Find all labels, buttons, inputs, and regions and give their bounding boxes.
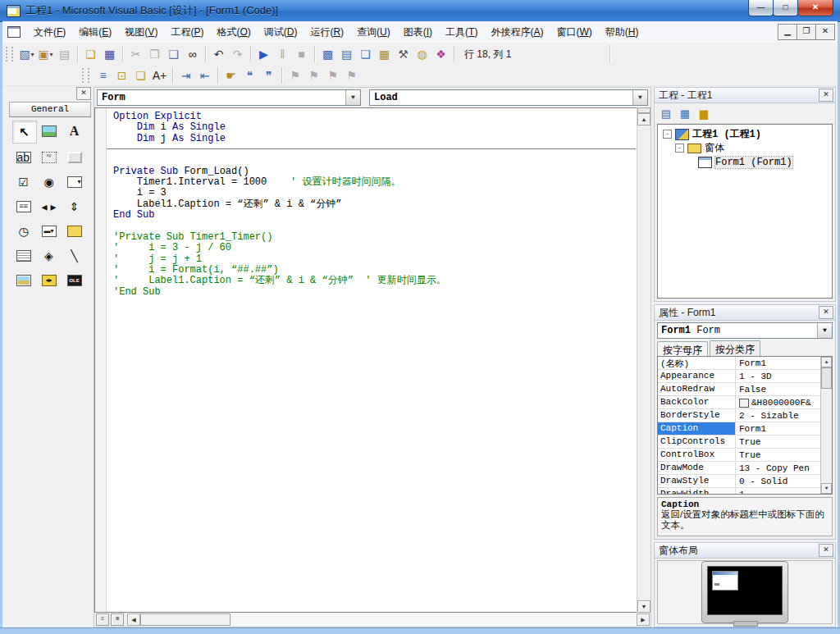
chevron-down-icon[interactable]: ▼ (345, 90, 360, 105)
form-layout-panel-title[interactable]: 窗体布局 ✕ (655, 543, 835, 559)
paste-button[interactable]: ❑ (164, 45, 183, 63)
properties-window-button[interactable]: ▤ (337, 45, 356, 63)
property-row[interactable]: Appearance1 - 3D (658, 370, 821, 383)
full-module-view-button[interactable]: ≣ (111, 613, 124, 626)
property-value[interactable]: 1 - 3D (736, 370, 821, 382)
add-form-button[interactable]: ▣▾ (36, 45, 55, 63)
component-manager-button[interactable]: ❖ (431, 45, 450, 63)
property-row[interactable]: DrawStyle0 - Solid (658, 475, 821, 488)
project-explorer-button[interactable]: ▩ (318, 45, 337, 63)
toolbox-dirlistbox[interactable]: ▉ (63, 221, 86, 242)
splitter-handle[interactable] (637, 107, 651, 113)
code-horizontal-scrollbar[interactable]: ◀ ▶ (127, 613, 650, 626)
toolbox-drivelistbox[interactable]: ▬▾ (38, 221, 61, 242)
property-value[interactable]: 0 - Solid (736, 475, 821, 487)
property-value[interactable]: False (736, 383, 821, 395)
object-selector-dropdown[interactable]: Form1 Form ▼ (657, 322, 833, 339)
tree-expand-icon[interactable]: - (663, 130, 672, 139)
code-vertical-scrollbar[interactable]: ▲ ▼ (637, 107, 651, 613)
property-value[interactable]: &H8000000F& (736, 396, 821, 408)
toolbox-pointer[interactable]: ↖ (12, 121, 37, 144)
close-icon[interactable]: ✕ (819, 544, 833, 557)
scroll-right-icon[interactable]: ▶ (637, 613, 650, 626)
comment-block-button[interactable]: ❝ (240, 66, 259, 84)
maximize-button[interactable]: □ (773, 0, 798, 16)
scrollbar-thumb[interactable] (140, 613, 231, 626)
close-icon[interactable]: ✕ (819, 89, 833, 102)
property-row[interactable]: DrawMode13 - Copy Pen (658, 462, 821, 475)
property-row[interactable]: AutoRedrawFalse (658, 383, 821, 396)
run-button[interactable]: ▶ (254, 45, 273, 63)
outdent-button[interactable]: ⇤ (195, 66, 214, 84)
toolbox-commandbutton[interactable] (63, 147, 86, 168)
property-row[interactable]: CaptionForm1 (658, 422, 821, 436)
tab-alphabetic[interactable]: 按字母序 (657, 341, 708, 357)
indent-button[interactable]: ⇥ (176, 66, 195, 84)
property-row[interactable]: BackColor&H8000000F& (658, 396, 821, 409)
tab-categorized[interactable]: 按分类序 (710, 340, 760, 356)
menu-item[interactable]: 帮助(H) (599, 23, 646, 41)
undo-button[interactable]: ↶ (209, 45, 228, 63)
toolbox-optionbutton[interactable]: ◉ (38, 171, 61, 193)
child-restore-button[interactable]: ❐ (797, 24, 816, 40)
close-icon[interactable]: ✕ (819, 306, 833, 319)
toolbox-hscrollbar[interactable]: ◂ ▸ (38, 196, 61, 217)
toolbar-grip[interactable] (6, 47, 13, 62)
property-row[interactable]: BorderStyle2 - Sizable (658, 409, 821, 422)
property-row[interactable]: DrawWidth1 (658, 488, 821, 495)
scroll-up-icon[interactable]: ▲ (637, 113, 651, 125)
menu-item[interactable]: 图表(I) (397, 23, 439, 41)
toolbox-vscrollbar[interactable]: ⇕ (63, 196, 86, 217)
property-grid-scrollbar[interactable]: ▲ ▼ (820, 357, 832, 494)
toolbox-tab-general[interactable]: General (9, 102, 91, 117)
property-value[interactable]: 2 - Sizable (736, 409, 821, 422)
property-row[interactable]: ControlBoxTrue (658, 449, 821, 462)
code-text[interactable]: Option Explicit Dim i As Single Dim j As… (107, 108, 636, 612)
menu-item[interactable]: 窗口(W) (550, 23, 598, 41)
toolbox-listbox[interactable]: ≡≡ (12, 196, 35, 217)
scroll-down-icon[interactable]: ▼ (637, 600, 651, 613)
toolbox-label[interactable]: A (63, 121, 86, 142)
scrollbar-thumb[interactable] (821, 367, 832, 389)
object-browser-button[interactable]: ▦ (375, 45, 394, 63)
property-row[interactable]: ClipControlsTrue (658, 436, 821, 449)
menu-item[interactable]: 查询(U) (350, 23, 397, 41)
form-layout-window-button[interactable]: ❏ (356, 45, 375, 63)
property-value[interactable]: 1 (736, 488, 821, 495)
tree-expand-icon[interactable]: - (675, 144, 684, 153)
toolbox-textbox[interactable]: ab| (12, 147, 35, 168)
procedure-view-button[interactable]: ≡ (96, 613, 109, 626)
form-position-thumbnail[interactable] (712, 571, 738, 591)
menu-item[interactable]: 工程(P) (164, 23, 210, 41)
code-editor[interactable]: Option Explicit Dim i As Single Dim j As… (94, 107, 651, 613)
toolbox-timer[interactable]: ◷ (12, 221, 35, 242)
property-value[interactable]: True (736, 436, 821, 448)
property-value[interactable]: 13 - Copy Pen (736, 462, 821, 474)
view-object-button[interactable]: ▦ (676, 105, 694, 121)
child-minimize-button[interactable]: ▁ (778, 24, 797, 40)
property-value[interactable]: True (736, 449, 821, 461)
project-panel-title[interactable]: 工程 - 工程1 ✕ (655, 88, 835, 103)
toolbox-close-button[interactable]: ✕ (76, 87, 91, 100)
chevron-down-icon[interactable]: ▼ (817, 323, 832, 338)
properties-panel-title[interactable]: 属性 - Form1 ✕ (655, 305, 835, 321)
chevron-down-icon[interactable]: ▾ (50, 51, 53, 58)
list-constants-button[interactable]: ⊡ (112, 66, 131, 84)
toolbar-grip[interactable] (82, 68, 89, 83)
toolbox-line[interactable]: ╲ (63, 245, 86, 267)
quick-info-button[interactable]: ❏ (131, 66, 150, 84)
complete-word-button[interactable]: A+ (150, 66, 169, 84)
chevron-down-icon[interactable]: ▾ (31, 51, 34, 58)
object-dropdown[interactable]: Form ▼ (97, 89, 361, 106)
tree-item[interactable]: -窗体 (658, 141, 832, 155)
toolbox-picturebox[interactable]: ▉ (38, 121, 61, 142)
toggle-folders-button[interactable]: ▆ (695, 105, 713, 121)
toolbox-button[interactable]: ⚒ (394, 45, 413, 63)
menu-item[interactable]: 文件(F) (27, 23, 72, 41)
toolbox-filelistbox[interactable] (12, 245, 35, 267)
tree-item[interactable]: -工程1 (工程1) (658, 127, 832, 141)
toolbox-checkbox[interactable]: ☑ (12, 171, 35, 193)
procedure-dropdown[interactable]: Load ▼ (369, 89, 648, 106)
tree-item[interactable]: Form1 (Form1) (658, 155, 832, 169)
find-button[interactable]: ∞ (183, 45, 202, 63)
